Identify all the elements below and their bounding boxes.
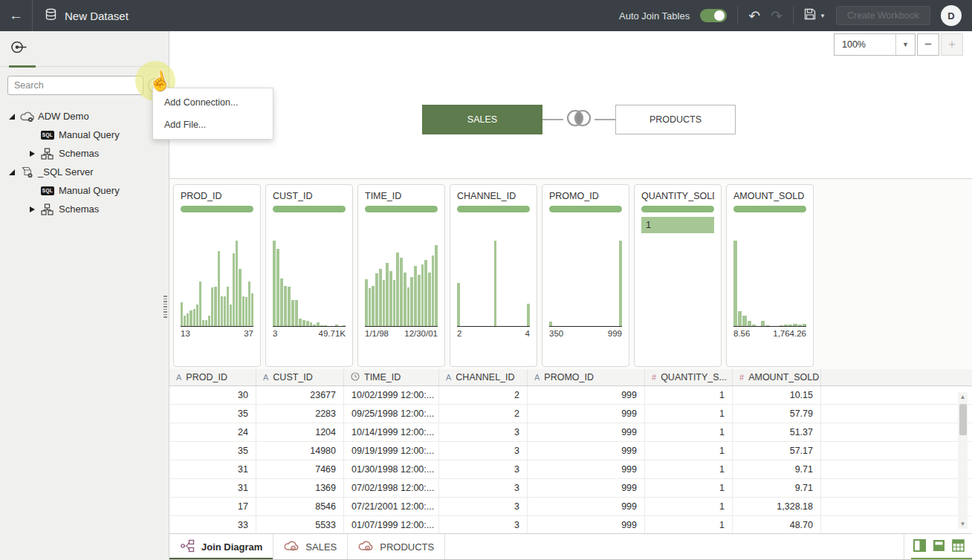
- histogram-bar: [251, 293, 253, 326]
- scroll-up-icon[interactable]: ▲: [958, 392, 968, 402]
- tree-item-sql-server[interactable]: _SQL Server: [0, 163, 169, 181]
- column-header-amount-sold[interactable]: #AMOUNT_SOLD: [733, 369, 821, 385]
- table-cell: 33: [169, 516, 256, 533]
- histogram-bar: [365, 279, 368, 326]
- create-workbook-button[interactable]: Create Workbook: [836, 6, 930, 25]
- histogram-bar: [320, 325, 323, 326]
- histogram-bar: [407, 287, 410, 326]
- column-header-label: CUST_ID: [273, 372, 312, 382]
- table-cell: 999: [528, 405, 645, 423]
- vertical-scrollbar[interactable]: ▲ ▼: [958, 392, 968, 529]
- column-card-prod-id[interactable]: PROD_ID1337: [173, 184, 261, 367]
- table-cell: 9.71: [733, 479, 821, 497]
- tree-item-label: ADW Demo: [38, 111, 89, 122]
- quality-bar: [273, 206, 346, 212]
- attribute-type-icon: A: [176, 373, 181, 382]
- menu-item-add-file[interactable]: Add File...: [153, 114, 273, 136]
- table-cell: 07/02/1998 12:00:...: [344, 479, 439, 497]
- column-card-promo-id[interactable]: PROMO_ID350999: [542, 184, 629, 367]
- tree-item-adw-demo[interactable]: ADW Demo: [0, 107, 169, 126]
- axis-max-label: 1,764.26: [773, 329, 806, 338]
- table-cell: 2: [439, 386, 528, 404]
- scroll-down-icon[interactable]: ▼: [958, 519, 968, 529]
- axis-max-label: 37: [244, 329, 253, 338]
- table-cell: 8546: [256, 498, 344, 515]
- column-header-promo-id[interactable]: APROMO_ID: [528, 369, 645, 385]
- table-node-sales[interactable]: SALES: [422, 105, 542, 134]
- column-header-time-id[interactable]: TIME_ID: [344, 369, 439, 385]
- histogram-bar: [761, 321, 765, 326]
- user-avatar[interactable]: D: [941, 5, 962, 26]
- column-card-channel-id[interactable]: CHANNEL_ID24: [450, 184, 537, 367]
- join-diagram-canvas[interactable]: 100% ▼ − + SALES PRODUCTS: [169, 31, 972, 178]
- axis-min-label: 1/1/98: [365, 329, 389, 338]
- sql-icon: SQL: [41, 131, 59, 140]
- histogram-axis-labels: 1337: [181, 329, 253, 338]
- table-cell: 5533: [256, 516, 344, 533]
- histogram-bar: [242, 296, 244, 326]
- auto-join-toggle[interactable]: [700, 9, 727, 22]
- redo-icon[interactable]: ↷: [771, 9, 783, 23]
- tree-item-label: Manual Query: [59, 185, 120, 196]
- collapsed-arrow-icon[interactable]: [30, 151, 41, 157]
- column-histogram: [365, 215, 438, 327]
- column-card-cust-id[interactable]: CUST_ID349.71K: [265, 184, 353, 367]
- layout-grid-icon[interactable]: [952, 539, 965, 555]
- save-icon: [804, 8, 816, 23]
- table-cell: 10/02/1999 12:00:...: [344, 386, 439, 404]
- save-menu-caret-icon[interactable]: ▼: [820, 13, 826, 19]
- column-card-time-id[interactable]: TIME_ID1/1/9812/30/01: [357, 184, 445, 367]
- zoom-out-button[interactable]: −: [917, 33, 939, 56]
- column-header-channel-id[interactable]: ACHANNEL_ID: [439, 369, 528, 385]
- table-cell: 7469: [256, 460, 344, 478]
- scrollbar-thumb[interactable]: [959, 404, 967, 435]
- histogram-bar: [181, 302, 183, 326]
- undo-icon[interactable]: ↶: [748, 9, 760, 23]
- column-header-cust-id[interactable]: ACUST_ID: [256, 369, 344, 385]
- join-connector-line: [594, 119, 615, 120]
- collapsed-arrow-icon[interactable]: [30, 206, 41, 212]
- expanded-arrow-icon[interactable]: [9, 114, 20, 120]
- menu-item-add-connection[interactable]: Add Connection...: [153, 91, 273, 114]
- column-header-quantity-s[interactable]: #QUANTITY_S...: [645, 369, 733, 385]
- table-cell: 3: [439, 423, 528, 441]
- tree-item-schemas[interactable]: Schemas: [0, 200, 169, 218]
- zoom-in-button[interactable]: +: [941, 33, 963, 56]
- column-card-quantity-sold[interactable]: QUANTITY_SOLD1: [634, 184, 722, 367]
- column-header-prod-id[interactable]: APROD_ID: [169, 369, 256, 385]
- column-card-amount-sold[interactable]: AMOUNT_SOLD8.561,764.26: [726, 184, 814, 367]
- tree-item-manual-query[interactable]: SQLManual Query: [0, 181, 169, 200]
- table-cell: 999: [528, 423, 645, 441]
- table-cell: 31: [169, 460, 256, 478]
- sidebar-resize-handle[interactable]: [163, 296, 167, 319]
- chevron-down-icon[interactable]: ▼: [895, 34, 915, 55]
- table-node-products[interactable]: PRODUCTS: [615, 105, 736, 134]
- tree-item-schemas[interactable]: Schemas: [0, 144, 169, 163]
- table-cell: 1,328.18: [733, 498, 821, 515]
- zoom-level-select[interactable]: 100% ▼: [834, 33, 916, 56]
- connections-tab-icon[interactable]: [10, 44, 27, 56]
- save-button[interactable]: ▼: [804, 8, 826, 23]
- histogram-bar: [295, 300, 298, 326]
- histogram-bar: [742, 316, 746, 326]
- histogram-bar: [386, 263, 389, 326]
- layout-split-right-icon[interactable]: [913, 539, 926, 555]
- join-venn-icon[interactable]: [563, 107, 594, 132]
- tab-products[interactable]: PRODUCTS: [348, 534, 445, 560]
- expanded-arrow-icon[interactable]: [9, 169, 20, 175]
- tab-sales[interactable]: SALES: [273, 534, 348, 560]
- tree-item-manual-query[interactable]: SQLManual Query: [0, 126, 169, 144]
- table-cell: 999: [528, 442, 645, 460]
- histogram-bar: [324, 325, 327, 326]
- layout-split-bottom-icon[interactable]: [933, 539, 945, 555]
- histogram-bar: [383, 280, 386, 326]
- histogram-bar: [400, 258, 403, 326]
- back-button[interactable]: ←: [0, 0, 33, 31]
- search-input[interactable]: [7, 76, 143, 95]
- histogram-bar: [335, 325, 338, 326]
- zoom-controls: 100% ▼ − +: [834, 33, 963, 56]
- table-row: 24120410/14/1999 12:00:...3999151.37: [169, 423, 972, 442]
- tab-join-diagram[interactable]: Join Diagram: [169, 534, 273, 560]
- histogram-bar: [424, 260, 427, 326]
- table-cell: 10/14/1999 12:00:...: [344, 423, 439, 441]
